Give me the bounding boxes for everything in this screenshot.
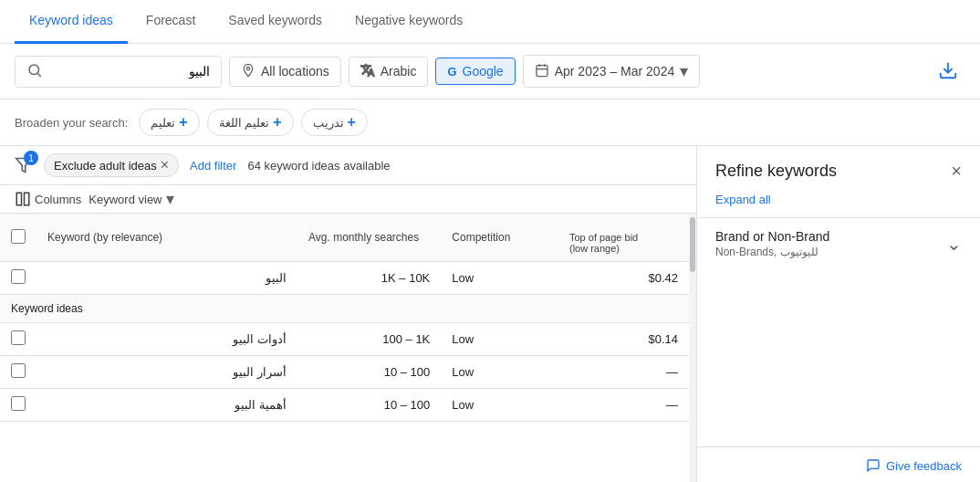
row-keyword-0: البيو — [36, 262, 297, 295]
row-checkbox-0[interactable] — [11, 269, 26, 284]
idea-row-competition-0: Low — [441, 323, 558, 356]
location-icon — [241, 63, 255, 80]
search-input[interactable] — [50, 64, 210, 79]
language-label: Arabic — [381, 64, 417, 79]
svg-rect-8 — [16, 193, 21, 205]
idea-row-checkbox-cell-0 — [0, 323, 36, 356]
add-filter-link[interactable]: Add filter — [190, 159, 236, 173]
search-box[interactable] — [15, 56, 222, 88]
feedback-label: Give feedback — [886, 459, 962, 473]
search-row: All locations Arabic G Google Apr 2023 –… — [0, 44, 980, 100]
header-competition[interactable]: Competition — [441, 214, 558, 262]
location-label: All locations — [261, 64, 329, 79]
filter-icon-button[interactable]: 1 — [15, 156, 33, 174]
table-row: البيو 1K – 10K Low $0.42 — [0, 262, 689, 295]
table-scroll-container: Keyword (by relevance) Avg. monthly sear… — [0, 214, 696, 482]
idea-row-monthly-0: 100 – 1K — [297, 323, 441, 356]
table-row: أدوات البيو 100 – 1K Low $0.14 — [0, 323, 689, 356]
vertical-scrollbar[interactable] — [689, 214, 696, 482]
svg-rect-2 — [537, 65, 547, 76]
google-icon: G — [447, 65, 456, 79]
broaden-chip-text-2: تدريب — [313, 116, 344, 130]
svg-rect-9 — [25, 193, 29, 205]
broaden-chip-1[interactable]: + تعليم اللغة — [207, 109, 294, 136]
ideas-label-row: Keyword ideas — [0, 295, 689, 323]
date-filter[interactable]: Apr 2023 – Mar 2024 ▾ — [523, 55, 701, 88]
keyword-table: Keyword (by relevance) Avg. monthly sear… — [0, 214, 689, 422]
refine-title: Refine keywords — [715, 162, 837, 181]
broaden-row: Broaden your search: + تعليم + تعليم الل… — [0, 100, 980, 146]
header-monthly[interactable]: Avg. monthly searches — [297, 214, 441, 262]
idea-row-keyword-2: أهمية البيو — [36, 389, 297, 422]
tab-saved-keywords[interactable]: Saved keywords — [214, 0, 337, 44]
chevron-down-icon: ▾ — [680, 61, 688, 81]
broaden-chip-2[interactable]: + تدريب — [301, 109, 368, 136]
plus-icon-1: + — [273, 114, 281, 131]
tab-forecast[interactable]: Forecast — [131, 0, 210, 44]
broaden-chip-0[interactable]: + تعليم — [139, 109, 199, 136]
svg-point-0 — [29, 65, 39, 75]
row-monthly-0: 1K – 10K — [297, 262, 441, 295]
idea-row-checkbox-2[interactable] — [11, 396, 26, 411]
main-area: 1 Exclude adult ideas × Add filter 64 ke… — [0, 146, 980, 482]
tab-keyword-ideas[interactable]: Keyword ideas — [15, 0, 128, 44]
brand-nonbrand-title-wrap: Brand or Non-Brand Non-Brands, لليوتيوب — [715, 229, 829, 258]
idea-row-checkbox-cell-2 — [0, 389, 36, 422]
idea-row-bid-2: — — [558, 389, 689, 422]
idea-row-monthly-1: 10 – 100 — [297, 356, 441, 389]
close-panel-button[interactable]: × — [951, 161, 962, 182]
action-bar: 1 Exclude adult ideas × Add filter 64 ke… — [0, 146, 696, 185]
scrollbar-thumb — [690, 217, 695, 272]
header-bid[interactable]: Top of page bid(low range) — [558, 214, 689, 262]
table-wrapper: Keyword (by relevance) Avg. monthly sear… — [0, 214, 689, 482]
location-filter[interactable]: All locations — [229, 57, 341, 87]
idea-row-bid-0: $0.14 — [558, 323, 689, 356]
right-panel: Refine keywords × Expand all Brand or No… — [697, 146, 980, 482]
columns-label: Columns — [35, 193, 81, 206]
idea-row-checkbox-0[interactable] — [11, 330, 26, 345]
expand-all-link[interactable]: Expand all — [697, 189, 980, 217]
download-icon — [938, 60, 958, 80]
broaden-chip-text-1: تعليم اللغة — [219, 116, 270, 130]
exclude-adult-chip: Exclude adult ideas × — [44, 153, 179, 177]
chip-label: Exclude adult ideas — [54, 159, 157, 173]
brand-nonbrand-header[interactable]: Brand or Non-Brand Non-Brands, لليوتيوب … — [715, 229, 962, 258]
language-filter[interactable]: Arabic — [349, 57, 429, 87]
table-row: أهمية البيو 10 – 100 Low — — [0, 389, 689, 422]
chevron-down-brand-icon: ⌄ — [946, 233, 962, 255]
available-count: 64 keyword ideas available — [247, 159, 390, 173]
network-filter[interactable]: G Google — [435, 58, 515, 85]
brand-nonbrand-sub: Non-Brands, لليوتيوب — [715, 246, 829, 258]
keyword-view-dropdown[interactable]: Keyword view ▾ — [89, 189, 173, 209]
calendar-icon — [535, 63, 549, 80]
download-button[interactable] — [931, 57, 965, 87]
filter-badge: 1 — [24, 151, 38, 165]
view-bar: Columns Keyword view ▾ — [0, 185, 696, 214]
brand-nonbrand-title: Brand or Non-Brand — [715, 229, 829, 244]
broaden-label: Broaden your search: — [15, 116, 128, 130]
columns-icon — [15, 191, 31, 207]
idea-row-competition-1: Low — [441, 356, 558, 389]
table-row: أسرار البيو 10 – 100 Low — — [0, 356, 689, 389]
network-label: Google — [463, 64, 504, 79]
give-feedback-area: Give feedback — [697, 446, 980, 482]
date-range-label: Apr 2023 – Mar 2024 — [555, 64, 675, 79]
select-all-checkbox[interactable] — [11, 229, 26, 244]
idea-row-checkbox-cell-1 — [0, 356, 36, 389]
tab-negative-keywords[interactable]: Negative keywords — [340, 0, 477, 44]
brand-nonbrand-section: Brand or Non-Brand Non-Brands, لليوتيوب … — [697, 217, 980, 269]
ideas-label: Keyword ideas — [0, 295, 689, 323]
give-feedback-button[interactable]: Give feedback — [866, 458, 962, 473]
columns-button[interactable]: Columns — [15, 191, 81, 207]
idea-row-monthly-2: 10 – 100 — [297, 389, 441, 422]
broaden-chip-text-0: تعليم — [151, 116, 175, 130]
header-keyword[interactable]: Keyword (by relevance) — [36, 214, 297, 262]
idea-row-keyword-0: أدوات البيو — [36, 323, 297, 356]
idea-row-checkbox-1[interactable] — [11, 363, 26, 378]
table-header-row: Keyword (by relevance) Avg. monthly sear… — [0, 214, 689, 262]
plus-icon-0: + — [179, 114, 187, 131]
header-checkbox-col — [0, 214, 36, 262]
chip-close-button[interactable]: × — [161, 158, 169, 173]
row-competition-0: Low — [441, 262, 558, 295]
tabs-nav: Keyword ideas Forecast Saved keywords Ne… — [0, 0, 980, 44]
